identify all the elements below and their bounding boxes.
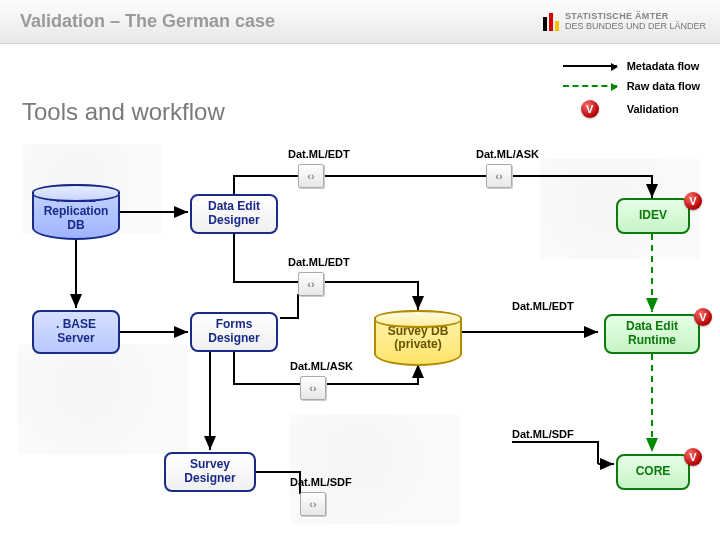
file-label: Dat.ML/SDF: [512, 428, 574, 440]
file-label: Dat.ML/ASK: [290, 360, 353, 372]
xml-file-icon: [298, 272, 324, 296]
bg-photo: [18, 344, 188, 454]
node-base-replication-db: . BASE Replication DB: [32, 184, 120, 240]
validation-badge-icon: V: [684, 448, 702, 466]
page-header: Validation – The German case STATISTISCH…: [0, 0, 720, 44]
logo-bars-icon: [543, 13, 559, 31]
node-survey-db: Survey DB (private): [374, 310, 462, 366]
xml-file-icon: [300, 376, 326, 400]
node-idev: IDEV: [616, 198, 690, 234]
arrow-dashed-icon: [563, 85, 617, 87]
node-core: CORE: [616, 454, 690, 490]
legend-validation: V Validation: [563, 100, 700, 118]
node-data-edit-designer: Data Edit Designer: [190, 194, 278, 234]
section-title: Tools and workflow: [22, 98, 225, 126]
validation-badge-icon: V: [684, 192, 702, 210]
xml-file-icon: [486, 164, 512, 188]
file-label: Dat.ML/EDT: [288, 148, 350, 160]
node-forms-designer: Forms Designer: [190, 312, 278, 352]
xml-file-icon: [300, 492, 326, 516]
node-base-server: . BASE Server: [32, 310, 120, 354]
legend: Metadata flow Raw data flow V Validation: [563, 60, 700, 126]
file-label: Dat.ML/EDT: [512, 300, 574, 312]
logo-text: STATISTISCHE ÄMTER DES BUNDES UND DER LÄ…: [565, 12, 706, 31]
validation-badge-icon: V: [694, 308, 712, 326]
page-title: Validation – The German case: [20, 11, 275, 32]
node-survey-designer: Survey Designer: [164, 452, 256, 492]
file-label: Dat.ML/SDF: [290, 476, 352, 488]
xml-file-icon: [298, 164, 324, 188]
file-label: Dat.ML/ASK: [476, 148, 539, 160]
validation-badge-icon: V: [581, 100, 599, 118]
arrow-icon: [563, 65, 617, 67]
file-label: Dat.ML/EDT: [288, 256, 350, 268]
legend-metadata: Metadata flow: [563, 60, 700, 72]
node-data-edit-runtime: Data Edit Runtime: [604, 314, 700, 354]
legend-rawdata: Raw data flow: [563, 80, 700, 92]
logo: STATISTISCHE ÄMTER DES BUNDES UND DER LÄ…: [543, 12, 706, 31]
diagram-canvas: Tools and workflow Metadata flow Raw dat…: [0, 44, 720, 540]
